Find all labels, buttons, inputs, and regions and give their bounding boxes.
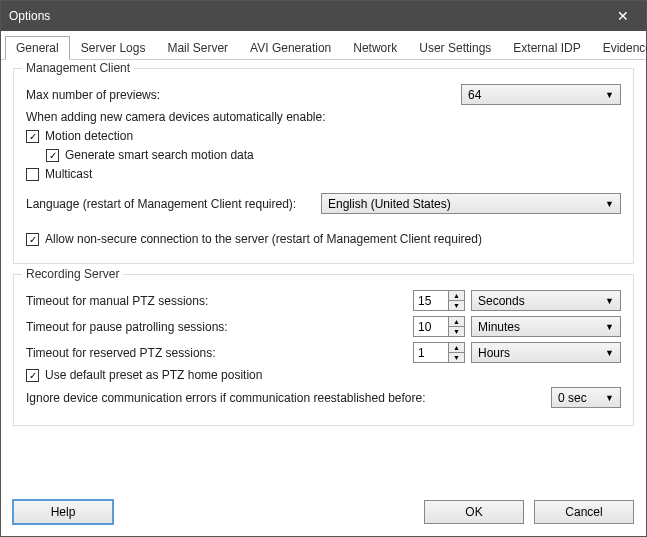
pause-patrol-spinner[interactable]: ▲▼	[413, 316, 465, 337]
tab-general[interactable]: General	[5, 36, 70, 60]
manual-ptz-label: Timeout for manual PTZ sessions:	[26, 294, 208, 308]
language-value: English (United States)	[328, 197, 599, 211]
chevron-down-icon: ▼	[605, 296, 614, 306]
tab-mail-server[interactable]: Mail Server	[156, 36, 239, 59]
spinner-up-icon[interactable]: ▲	[449, 317, 464, 327]
checkbox-icon: ✓	[46, 149, 59, 162]
allow-nonsecure-checkbox[interactable]: ✓ Allow non-secure connection to the ser…	[26, 232, 621, 246]
titlebar: Options ✕	[1, 1, 646, 31]
chevron-down-icon: ▼	[605, 393, 614, 403]
spinner-down-icon[interactable]: ▼	[449, 327, 464, 336]
dialog-buttons: Help OK Cancel	[1, 492, 646, 536]
manual-ptz-spinner[interactable]: ▲▼	[413, 290, 465, 311]
pause-patrol-label: Timeout for pause patrolling sessions:	[26, 320, 228, 334]
spinner-down-icon[interactable]: ▼	[449, 301, 464, 310]
checkbox-icon: ✓	[26, 233, 39, 246]
ignore-errors-label: Ignore device communication errors if co…	[26, 391, 426, 405]
smart-search-checkbox[interactable]: ✓ Generate smart search motion data	[46, 148, 621, 162]
spinner-up-icon[interactable]: ▲	[449, 343, 464, 353]
close-icon[interactable]: ✕	[608, 8, 638, 24]
manual-ptz-input[interactable]	[414, 291, 448, 310]
motion-detection-checkbox[interactable]: ✓ Motion detection	[26, 129, 621, 143]
chevron-down-icon: ▼	[605, 348, 614, 358]
motion-detection-label: Motion detection	[45, 129, 133, 143]
max-previews-value: 64	[468, 88, 599, 102]
chevron-down-icon: ▼	[605, 199, 614, 209]
tab-user-settings[interactable]: User Settings	[408, 36, 502, 59]
spinner-down-icon[interactable]: ▼	[449, 353, 464, 362]
reserved-ptz-input[interactable]	[414, 343, 448, 362]
language-select[interactable]: English (United States) ▼	[321, 193, 621, 214]
ok-button[interactable]: OK	[424, 500, 524, 524]
tab-network[interactable]: Network	[342, 36, 408, 59]
pause-patrol-unit-select[interactable]: Minutes ▼	[471, 316, 621, 337]
multicast-label: Multicast	[45, 167, 92, 181]
max-previews-select[interactable]: 64 ▼	[461, 84, 621, 105]
ignore-errors-value: 0 sec	[558, 391, 599, 405]
cancel-button[interactable]: Cancel	[534, 500, 634, 524]
pause-patrol-unit: Minutes	[478, 320, 599, 334]
window-title: Options	[9, 9, 608, 23]
manual-ptz-unit: Seconds	[478, 294, 599, 308]
group-recording-server: Recording Server Timeout for manual PTZ …	[13, 274, 634, 426]
group-management-client: Management Client Max number of previews…	[13, 68, 634, 264]
tab-strip: General Server Logs Mail Server AVI Gene…	[1, 31, 646, 60]
allow-nonsecure-label: Allow non-secure connection to the serve…	[45, 232, 482, 246]
group-recording-server-legend: Recording Server	[22, 267, 123, 281]
chevron-down-icon: ▼	[605, 90, 614, 100]
group-management-client-legend: Management Client	[22, 61, 134, 75]
options-window: Options ✕ General Server Logs Mail Serve…	[0, 0, 647, 537]
auto-enable-label: When adding new camera devices automatic…	[26, 110, 621, 124]
reserved-ptz-spinner[interactable]: ▲▼	[413, 342, 465, 363]
checkbox-icon: ✓	[26, 130, 39, 143]
tab-external-idp[interactable]: External IDP	[502, 36, 591, 59]
reserved-ptz-unit-select[interactable]: Hours ▼	[471, 342, 621, 363]
spinner-up-icon[interactable]: ▲	[449, 291, 464, 301]
pause-patrol-input[interactable]	[414, 317, 448, 336]
reserved-ptz-label: Timeout for reserved PTZ sessions:	[26, 346, 216, 360]
multicast-checkbox[interactable]: Multicast	[26, 167, 621, 181]
help-button[interactable]: Help	[13, 500, 113, 524]
manual-ptz-unit-select[interactable]: Seconds ▼	[471, 290, 621, 311]
language-label: Language (restart of Management Client r…	[26, 197, 296, 211]
tab-panel-general: Management Client Max number of previews…	[1, 60, 646, 492]
ignore-errors-select[interactable]: 0 sec ▼	[551, 387, 621, 408]
smart-search-label: Generate smart search motion data	[65, 148, 254, 162]
default-preset-checkbox[interactable]: ✓ Use default preset as PTZ home positio…	[26, 368, 621, 382]
chevron-down-icon: ▼	[605, 322, 614, 332]
checkbox-icon: ✓	[26, 369, 39, 382]
checkbox-icon	[26, 168, 39, 181]
tab-server-logs[interactable]: Server Logs	[70, 36, 157, 59]
default-preset-label: Use default preset as PTZ home position	[45, 368, 262, 382]
reserved-ptz-unit: Hours	[478, 346, 599, 360]
tab-avi-generation[interactable]: AVI Generation	[239, 36, 342, 59]
max-previews-label: Max number of previews:	[26, 88, 160, 102]
tab-evidence-lock[interactable]: Evidence Lock	[592, 36, 647, 59]
